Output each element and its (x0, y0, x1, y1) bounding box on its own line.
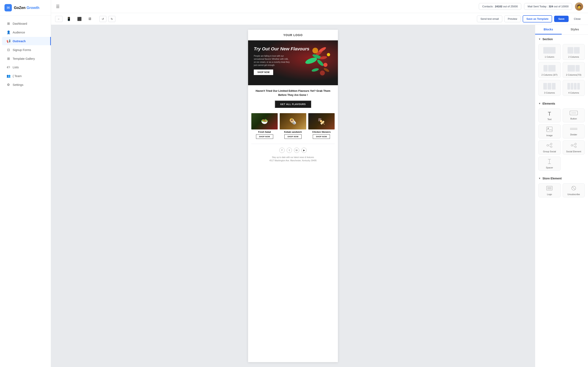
redo-button[interactable]: ↻ (108, 16, 115, 22)
elements-header[interactable]: ▼ Elements (535, 99, 588, 107)
block-1-column[interactable]: 1 Column (538, 44, 561, 60)
avatar[interactable]: 🧑 (575, 2, 583, 11)
element-spacer[interactable]: Spacer (538, 157, 561, 171)
product-shop-now-1[interactable]: SHOP NOW (285, 134, 302, 139)
tab-blocks[interactable]: Blocks (535, 25, 562, 34)
button-element-icon (570, 111, 578, 117)
settings-icon: ⚙ (7, 83, 10, 87)
lists-icon: 🏷 (7, 66, 10, 69)
col-preview (548, 65, 555, 72)
svg-point-23 (571, 145, 573, 146)
save-as-template-button[interactable]: Save as Template (523, 15, 552, 22)
block-preview-3col (542, 82, 557, 90)
store-header[interactable]: ▼ Store Element (535, 174, 588, 182)
sidebar-item-lists[interactable]: 🏷 Lists (2, 63, 49, 71)
send-test-email-button[interactable]: Send test email (477, 16, 502, 22)
preview-button[interactable]: Preview (504, 16, 521, 22)
svg-point-6 (323, 63, 328, 67)
element-group-social[interactable]: Group Social (538, 141, 561, 155)
sidebar-item-audience[interactable]: 👤 Audience (2, 28, 49, 36)
sidebar-item-settings[interactable]: ⚙ Settings (2, 81, 49, 89)
device-tablet-button[interactable]: ⬛ (75, 16, 84, 22)
col-preview (571, 83, 573, 90)
close-button[interactable]: Close (571, 16, 584, 22)
svg-rect-14 (546, 127, 552, 132)
svg-point-18 (547, 145, 548, 146)
email-cta-section: GET ALL FLAVOURS (248, 99, 338, 111)
save-button[interactable]: Save (554, 16, 568, 22)
element-divider[interactable]: Divider (563, 124, 585, 138)
product-shop-now-2[interactable]: SHOP NOW (313, 134, 330, 139)
block-preview-2col73 (567, 64, 581, 72)
editor-body: YOUR LOGO (51, 25, 588, 367)
section-columns-grid: 1 Column 2 Columns (535, 43, 588, 99)
svg-line-26 (573, 144, 575, 145)
sidebar-item-template-gallery[interactable]: ⊞ Template Gallery (2, 54, 49, 63)
get-all-flavours-button[interactable]: GET ALL FLAVOURS (275, 100, 311, 108)
element-social-element[interactable]: Social Element (563, 141, 585, 155)
signup-forms-icon: ⊡ (7, 48, 10, 52)
block-2-columns[interactable]: 2 Columns (563, 44, 585, 60)
device-desktop-button[interactable]: 🖥 (86, 16, 94, 22)
hero-shop-now-button[interactable]: SHOP NOW (254, 69, 273, 75)
product-card-0: 🥗 Fresh Salad SHOP NOW (251, 113, 278, 139)
svg-point-5 (316, 59, 324, 67)
hero-description: People are falling in love with our sens… (254, 54, 291, 67)
email-divider (251, 144, 335, 144)
svg-point-1 (318, 46, 327, 53)
store-element-unsubscribe[interactable]: Unsubscribe (563, 183, 585, 197)
linkedin-icon[interactable]: in (294, 148, 299, 153)
element-button[interactable]: Button (563, 108, 585, 122)
block-2-columns-37[interactable]: 2 Columns (3/7) (538, 62, 561, 78)
email-logo-text: YOUR LOGO (252, 33, 334, 37)
col-preview (574, 83, 577, 90)
block-2-columns-73[interactable]: 2 Columns(7/3) (563, 62, 585, 78)
sidebar-item-outreach[interactable]: 📢 Outreach (2, 37, 51, 45)
device-mobile-button[interactable]: 📱 (65, 16, 73, 22)
product-shop-now-0[interactable]: SHOP NOW (256, 134, 273, 139)
email-tagline-text: Haven't Tried Our Limited Edition Flavou… (253, 89, 333, 97)
sidebar-item-label: Template Gallery (13, 57, 35, 60)
product-image-salad: 🥗 (251, 113, 278, 129)
footer-tagline: Stay up to date with our latest news & f… (251, 156, 335, 159)
footer-address: 4517 Washington Ave. Manchester, Kentuck… (251, 159, 335, 162)
col-preview (568, 47, 573, 54)
store-element-logo[interactable]: Logo (538, 183, 561, 197)
tab-styles[interactable]: Styles (562, 25, 588, 34)
store-element-unsubscribe-label: Unsubscribe (567, 193, 580, 196)
element-divider-label: Divider (570, 133, 577, 136)
block-4-columns[interactable]: 4 Columns (563, 80, 585, 96)
store-logo-icon (546, 185, 553, 192)
col-preview (577, 83, 580, 90)
svg-line-21 (548, 144, 550, 145)
element-spacer-label: Spacer (546, 166, 553, 169)
email-tagline: Haven't Tried Our Limited Edition Flavou… (248, 85, 338, 99)
facebook-icon[interactable]: f (279, 148, 285, 153)
sidebar-item-label: Dashboard (13, 22, 27, 25)
svg-point-25 (575, 146, 576, 148)
element-image[interactable]: Image (538, 124, 561, 138)
element-text-label: Text (547, 118, 552, 120)
sidebar-item-signup-forms[interactable]: ⊡ Signup Forms (2, 46, 49, 54)
editor-area: ← 📱 ⬛ 🖥 ↺ ↻ Send test email Preview Save… (51, 13, 588, 367)
text-element-icon: T (548, 111, 551, 117)
group-social-icon (546, 143, 553, 149)
hamburger-icon[interactable]: ☰ (56, 4, 60, 9)
mail-total: out of 10000 (553, 5, 569, 8)
sidebar-item-team[interactable]: 👥 { Team (2, 72, 49, 80)
back-button[interactable]: ← (55, 16, 62, 22)
twitter-icon[interactable]: t (287, 148, 292, 153)
block-3-columns[interactable]: 3 Columns (538, 80, 561, 96)
toolbar-left: ← 📱 ⬛ 🖥 ↺ ↻ (55, 16, 115, 22)
youtube-icon[interactable]: ▶ (301, 148, 307, 153)
logo-text: GoZen Growth (14, 6, 39, 10)
block-label-1col: 1 Column (545, 56, 554, 58)
section-header[interactable]: ▼ Section (535, 35, 588, 43)
element-text[interactable]: T Text (538, 108, 561, 122)
element-group-social-label: Group Social (543, 150, 556, 153)
store-chevron: ▼ (538, 177, 541, 180)
col-preview (552, 83, 555, 90)
team-icon: 👥 (7, 74, 10, 78)
sidebar-item-dashboard[interactable]: ⊞ Dashboard (2, 19, 49, 28)
undo-button[interactable]: ↺ (99, 16, 106, 22)
